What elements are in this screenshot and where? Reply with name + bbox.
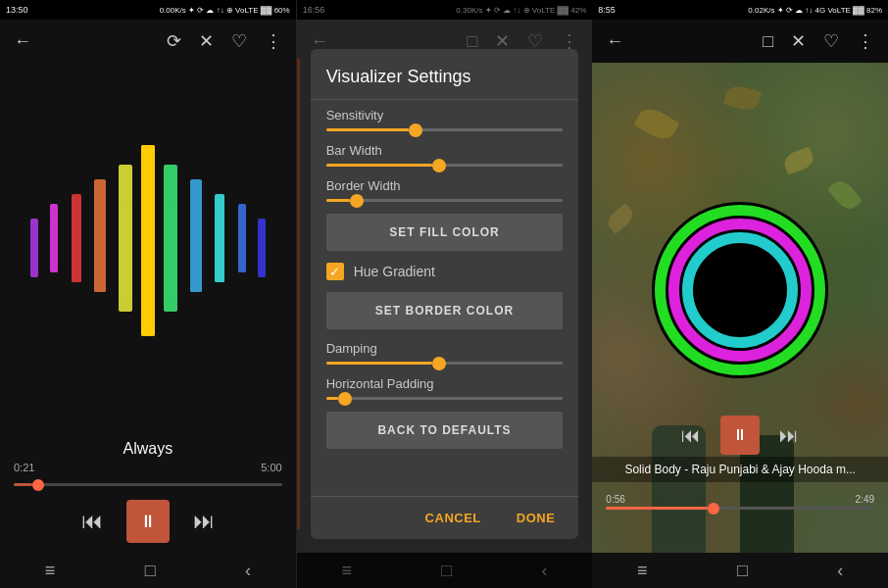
favorite-button-1[interactable]: ♡	[231, 30, 247, 52]
nav-home-3[interactable]: □	[737, 561, 748, 581]
border-width-row: Border Width	[326, 178, 564, 202]
player-controls-1: ⏮ ⏸ ⏭	[0, 492, 296, 553]
time-total-3: 2:49	[856, 494, 874, 505]
photo-area: Solid Body - Raju Punjabi & Ajay Hooda m…	[592, 63, 888, 553]
set-fill-color-button[interactable]: SET FILL COLOR	[326, 214, 564, 251]
song-title-1: Always	[0, 432, 296, 462]
svg-rect-17	[119, 204, 132, 302]
border-width-thumb	[350, 194, 364, 208]
play-button-1[interactable]: ⏸	[126, 500, 170, 543]
damping-label: Damping	[326, 341, 564, 356]
progress-track-1[interactable]	[14, 483, 282, 486]
more-button-1[interactable]: ⋮	[265, 30, 282, 52]
damping-slider[interactable]	[326, 362, 564, 365]
progress-fill-1	[14, 483, 32, 486]
circular-visualizer	[652, 202, 828, 378]
progress-track-3[interactable]	[606, 507, 874, 510]
play-button-3[interactable]: ⏸	[720, 416, 760, 455]
player-controls-3: ⏮ ⏸ ⏭	[592, 416, 888, 455]
back-button-1[interactable]: ←	[14, 31, 31, 52]
time-3: 8:55	[598, 5, 616, 15]
nav-menu-3[interactable]: ≡	[637, 561, 648, 581]
visualizer-area	[0, 63, 296, 432]
border-width-slider[interactable]	[326, 199, 564, 202]
nav-bar-3: ≡ □ ‹	[592, 553, 888, 588]
svg-rect-11	[215, 214, 224, 282]
svg-rect-3	[258, 228, 266, 277]
time-1: 13:50	[6, 5, 28, 15]
time-row-1: 0:21 5:00	[0, 462, 296, 475]
svg-rect-9	[72, 214, 81, 282]
circle-black	[693, 243, 787, 337]
prev-button-1[interactable]: ⏮	[81, 509, 103, 534]
repeat-button-1[interactable]: ⟳	[167, 30, 181, 52]
sensitivity-thumb	[409, 123, 422, 137]
song-info-text: Solid Body - Raju Punjabi & Ajay Hooda m…	[606, 463, 874, 476]
progress-fill-3	[606, 507, 708, 510]
horizontal-padding-row: Horizontal Padding	[326, 376, 564, 400]
hue-gradient-label: Hue Gradient	[354, 264, 435, 279]
svg-rect-21	[141, 145, 155, 336]
border-width-fill	[326, 199, 350, 202]
hue-gradient-row[interactable]: ✓ Hue Gradient	[326, 263, 564, 280]
settings-title: Visualizer Settings	[326, 67, 564, 87]
cancel-button[interactable]: CANCEL	[418, 507, 489, 529]
sensitivity-row: Sensitivity	[326, 108, 564, 131]
back-to-defaults-button[interactable]: BACK TO DEFAULTS	[326, 412, 564, 449]
settings-dialog: Visualizer Settings Sensitivity Bar Widt…	[311, 49, 579, 539]
bar-width-slider[interactable]	[326, 164, 564, 167]
shuffle-button-1[interactable]: ✕	[199, 30, 214, 52]
song-info-bar: Solid Body - Raju Punjabi & Ajay Hooda m…	[592, 457, 888, 482]
horizontal-padding-label: Horizontal Padding	[326, 376, 564, 391]
next-button-1[interactable]: ⏭	[193, 509, 215, 534]
next-button-3[interactable]: ⏭	[779, 424, 799, 447]
nav-bar-1: ≡ □ ‹	[0, 553, 296, 588]
svg-rect-7	[238, 219, 246, 272]
status-icons-3: 0.02K/s ✦ ⟳ ☁ ↑↓ 4G VoLTE ▓▓ 82%	[748, 6, 882, 15]
icon-3-1[interactable]: □	[763, 31, 773, 52]
horizontal-padding-slider[interactable]	[326, 397, 564, 400]
svg-rect-5	[50, 219, 58, 272]
icon-3-3[interactable]: ♡	[823, 30, 839, 52]
panel-music-player: 13:50 0.00K/s ✦ ⟳ ☁ ↑↓ ⊕ VoLTE ▓▓ 60% ← …	[0, 0, 297, 588]
icon-3-2[interactable]: ✕	[791, 30, 806, 52]
damping-thumb	[432, 357, 446, 370]
panel-settings: 16:56 0.30K/s ✦ ⟳ ☁ ↑↓ ⊕ VoLTE ▓▓ 42% ← …	[297, 0, 593, 588]
horizontal-padding-thumb	[338, 392, 352, 406]
status-bar-3: 8:55 0.02K/s ✦ ⟳ ☁ ↑↓ 4G VoLTE ▓▓ 82%	[592, 0, 888, 20]
bar-width-label: Bar Width	[326, 143, 564, 158]
time-total-1: 5:00	[261, 462, 281, 473]
hue-gradient-checkbox[interactable]: ✓	[326, 263, 344, 280]
svg-rect-13	[94, 209, 106, 292]
status-bar-1: 13:50 0.00K/s ✦ ⟳ ☁ ↑↓ ⊕ VoLTE ▓▓ 60%	[0, 0, 296, 20]
sensitivity-slider[interactable]	[326, 128, 564, 131]
pause-icon-3: ⏸	[732, 426, 748, 444]
icon-3-4[interactable]: ⋮	[857, 30, 874, 52]
svg-rect-1	[30, 228, 38, 277]
status-icons-1: 0.00K/s ✦ ⟳ ☁ ↑↓ ⊕ VoLTE ▓▓ 60%	[160, 6, 290, 15]
settings-header: Visualizer Settings	[311, 49, 579, 100]
svg-rect-19	[164, 204, 177, 302]
time-current-3: 0:56	[606, 494, 624, 505]
prev-button-3[interactable]: ⏮	[681, 424, 701, 447]
bar-width-thumb	[432, 159, 446, 172]
nav-back-1[interactable]: ‹	[245, 561, 251, 581]
nav-menu-1[interactable]: ≡	[45, 561, 56, 581]
progress-thumb-1	[32, 479, 44, 491]
back-button-3[interactable]: ←	[606, 31, 623, 52]
progress-bar-1[interactable]	[0, 475, 296, 492]
damping-row: Damping	[326, 341, 564, 365]
time-current-1: 0:21	[14, 462, 34, 473]
nav-back-3[interactable]: ‹	[837, 561, 843, 581]
done-button[interactable]: DONE	[509, 507, 564, 529]
panel-photo-player: 8:55 0.02K/s ✦ ⟳ ☁ ↑↓ 4G VoLTE ▓▓ 82% ← …	[592, 0, 888, 588]
horizontal-padding-fill	[326, 397, 338, 400]
set-border-color-button[interactable]: SET BORDER COLOR	[326, 292, 564, 329]
visualizer-svg	[21, 140, 275, 356]
nav-home-1[interactable]: □	[145, 561, 156, 581]
top-bar-3: ← □ ✕ ♡ ⋮	[592, 20, 888, 63]
border-width-label: Border Width	[326, 178, 564, 193]
settings-body[interactable]: Sensitivity Bar Width Border Width	[311, 100, 579, 496]
bar-width-fill	[326, 164, 433, 167]
top-bar-1: ← ⟳ ✕ ♡ ⋮	[0, 20, 296, 63]
